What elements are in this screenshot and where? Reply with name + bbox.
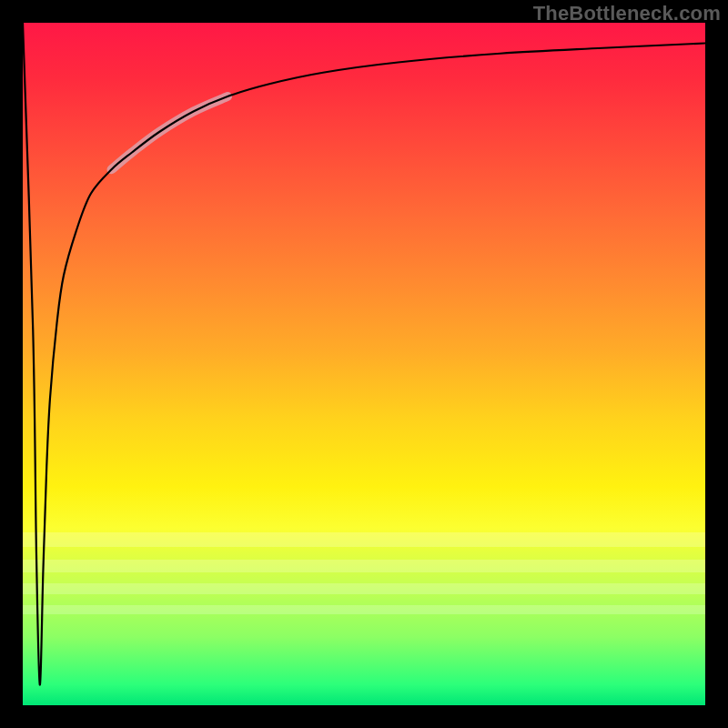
bottleneck-curve (23, 23, 705, 685)
chart-frame: TheBottleneck.com (0, 0, 728, 728)
curve-highlight-segment (112, 96, 228, 169)
watermark-text: TheBottleneck.com (533, 2, 721, 25)
curve-svg (23, 23, 705, 705)
plot-area (23, 23, 705, 705)
